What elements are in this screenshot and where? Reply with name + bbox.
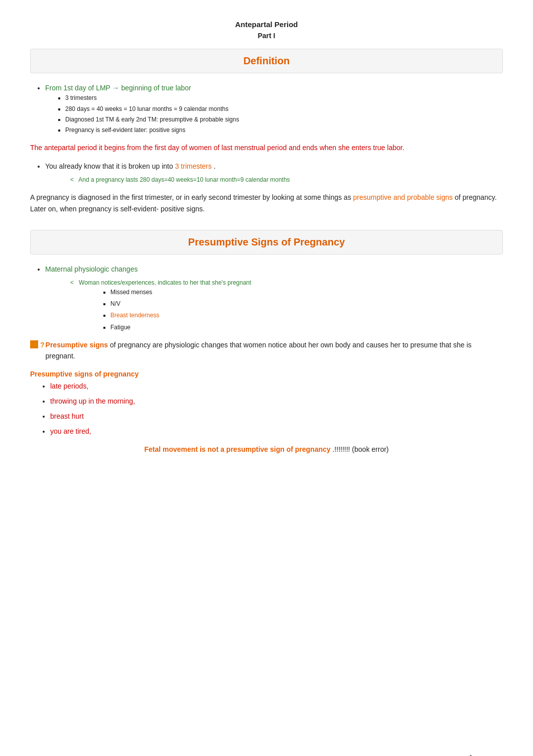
page-number: 1: [469, 753, 473, 756]
definition-content: From 1st day of LMP → beginning of true …: [30, 82, 503, 135]
presumptive-signs-list: late periods, throwing up in the morning…: [50, 382, 503, 435]
symptom-missed-menses: Missed menses: [110, 288, 503, 297]
woman-notices-block: < Woman notices/experiences, indicates t…: [70, 277, 503, 332]
maternal-changes-item: Maternal physiologic changes < Woman not…: [45, 264, 503, 332]
presumptive-title: Presumptive Signs of Pregnancy: [188, 236, 345, 247]
maternal-changes-list: Maternal physiologic changes < Woman not…: [45, 264, 503, 332]
symptom-nv: N/V: [110, 299, 503, 309]
sub-item-4: Pregnancy is self-evident later: positiv…: [65, 125, 503, 135]
fetal-movement-highlight: Fetal movement is not a presumptive sign…: [144, 445, 330, 453]
throwing-up-text: throwing up in the morning,: [50, 397, 135, 405]
diagnosis-paragraph: A pregnancy is diagnosed in the first tr…: [30, 192, 503, 215]
trimester-block: You already know that it is broken up in…: [30, 161, 503, 185]
page-title: Antepartal Period: [30, 20, 503, 29]
woman-notices-label: < Woman notices/experiences, indicates t…: [70, 279, 251, 286]
page-subtitle: Part I: [30, 32, 503, 40]
page-header: Antepartal Period Part I: [30, 20, 503, 40]
presumptive-item-3: breast hurt: [50, 412, 503, 420]
symptom-breast: Breast tenderness: [110, 311, 503, 320]
fetal-movement-note: Fetal movement is not a presumptive sign…: [30, 445, 503, 453]
presumptive-signs-subheading: Presumptive signs of pregnancy: [30, 370, 503, 378]
presumptive-box: Presumptive Signs of Pregnancy: [30, 230, 503, 255]
trimester-list: You already know that it is broken up in…: [45, 161, 503, 185]
question-mark-icon: ?: [40, 339, 45, 350]
antepartal-paragraph-text: The antepartal period it begins from the…: [30, 144, 405, 152]
maternal-changes-label: Maternal physiologic changes: [45, 265, 138, 273]
presumptive-info-box: ? Presumptive signs of pregnancy are phy…: [30, 339, 503, 362]
sub-item-2: 280 days = 40 weeks = 10 lunar months = …: [65, 104, 503, 114]
trimester-bullet: You already know that it is broken up in…: [45, 161, 503, 185]
definition-box: Definition: [30, 49, 503, 73]
definition-title: Definition: [243, 55, 290, 66]
fetal-movement-end: .!!!!!!!! (book error): [332, 445, 388, 453]
trimesters-highlight: 3 trimesters: [175, 162, 212, 170]
antepartal-paragraph: The antepartal period it begins from the…: [30, 142, 503, 154]
trimester-sub: < And a pregnancy lasts 280 days=40 week…: [70, 174, 503, 185]
presumptive-item-1: late periods,: [50, 382, 503, 390]
late-periods-text: late periods,: [50, 382, 88, 390]
sub-symptoms-list: Missed menses N/V Breast tenderness Fati…: [110, 288, 503, 332]
symptom-fatigue: Fatigue: [110, 323, 503, 332]
sub-item-1: 3 trimesters: [65, 93, 503, 103]
presumptive-highlight: presumptive and probable signs: [353, 193, 453, 201]
presumptive-item-4: you are tired,: [50, 427, 503, 435]
definition-sub-list: 3 trimesters 280 days = 40 weeks = 10 lu…: [65, 93, 503, 135]
presumptive-signs-bold: Presumptive signs: [46, 341, 108, 349]
definition-bullet1: From 1st day of LMP → beginning of true …: [45, 82, 503, 135]
definition-bullet1-text: From 1st day of LMP → beginning of true …: [45, 84, 191, 92]
you-are-tired-text: you are tired,: [50, 427, 91, 435]
definition-main-list: From 1st day of LMP → beginning of true …: [45, 82, 503, 135]
checkbox-icon: [30, 340, 38, 348]
breast-hurt-text: breast hurt: [50, 412, 84, 420]
sub-item-3: Diagnosed 1st TM & early 2nd TM: presump…: [65, 115, 503, 124]
presumptive-item-2: throwing up in the morning,: [50, 397, 503, 405]
presumptive-content: Maternal physiologic changes < Woman not…: [30, 264, 503, 332]
